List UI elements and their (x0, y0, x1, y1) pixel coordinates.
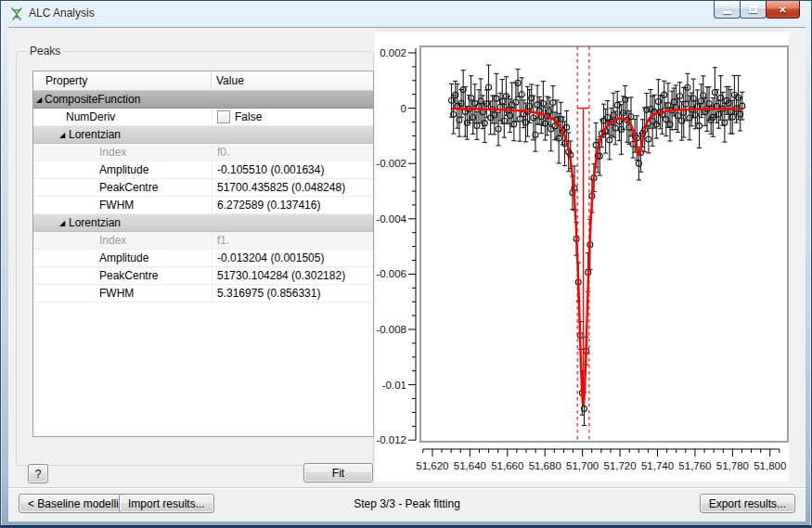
property-value-cell[interactable]: 5.316975 (0.856331) (212, 285, 373, 302)
property-name-cell: FWHM (33, 285, 212, 302)
fit-button[interactable]: Fit (303, 463, 373, 483)
property-row-index[interactable]: Indexf1. (33, 232, 373, 250)
step-label: Step 3/3 - Peak fitting (8, 497, 806, 510)
y-tick-label: -0.008 (376, 324, 406, 335)
footer-separator (8, 487, 806, 489)
property-name-cell: NumDeriv (33, 109, 212, 125)
property-value: 6.272589 (0.137416) (217, 197, 320, 213)
maximize-button[interactable] (740, 1, 767, 19)
x-tick-label: 51,800 (754, 460, 786, 471)
property-row-fwhm[interactable]: FWHM5.316975 (0.856331) (33, 285, 373, 303)
property-name-cell: PeakCentre (33, 179, 212, 196)
x-tick-label: 51,680 (529, 460, 561, 471)
y-tick-label: -0.006 (376, 268, 406, 279)
property-name: Lorentzian (69, 126, 121, 143)
title-bar[interactable]: ALC Analysis ✕ (1, 1, 811, 27)
property-row-peakcentre[interactable]: PeakCentre51700.435825 (0.048248) (33, 179, 373, 197)
property-name: Amplitude (99, 250, 148, 266)
property-value: False (235, 109, 262, 125)
property-row-compositefunction[interactable]: ◢CompositeFunction (33, 91, 373, 109)
peaks-label: Peaks (27, 45, 63, 58)
property-name-cell: FWHM (33, 197, 212, 213)
help-button[interactable]: ? (28, 464, 48, 483)
close-icon: ✕ (779, 5, 786, 15)
tree-expand-icon[interactable]: ◢ (59, 126, 65, 143)
property-value-cell[interactable]: f0. (212, 144, 373, 161)
property-name: CompositeFunction (45, 91, 140, 108)
plot-svg[interactable]: 0.0020-0.002-0.004-0.006-0.008-0.01-0.01… (375, 32, 789, 482)
property-value-cell[interactable]: -0.013204 (0.001505) (212, 250, 373, 266)
mantid-icon (9, 6, 24, 21)
y-tick-label: -0.004 (376, 213, 406, 225)
property-value-cell[interactable]: 51730.104284 (0.302182) (212, 267, 373, 284)
property-name: Index (99, 144, 126, 161)
property-table-header: Property Value (33, 71, 373, 91)
window-title: ALC Analysis (29, 6, 95, 19)
x-tick-label: 51,720 (603, 460, 636, 471)
property-name: Amplitude (99, 161, 148, 178)
export-results-button[interactable]: Export results... (700, 494, 795, 513)
y-axis: 0.0020-0.002-0.004-0.006-0.008-0.01-0.01… (376, 47, 416, 445)
property-name-cell: Amplitude (33, 250, 212, 266)
y-tick-label: -0.01 (382, 380, 406, 391)
property-name: NumDeriv (66, 109, 115, 125)
x-tick-label: 51,760 (678, 460, 711, 471)
y-tick-label: 0.002 (380, 47, 406, 58)
column-header-property[interactable]: Property (33, 71, 212, 90)
property-value-cell[interactable]: -0.105510 (0.001634) (212, 161, 373, 178)
minimize-button[interactable] (714, 1, 741, 19)
y-tick-label: -0.002 (376, 158, 406, 169)
property-name: FWHM (99, 285, 134, 302)
property-name-cell: Amplitude (33, 161, 212, 178)
property-value-cell[interactable]: False (212, 109, 373, 125)
property-name-cell: Index (33, 144, 212, 161)
property-row-fwhm[interactable]: FWHM6.272589 (0.137416) (33, 197, 373, 214)
x-tick-label: 51,620 (416, 460, 448, 471)
property-row-numderiv[interactable]: NumDerivFalse (33, 109, 373, 126)
property-value: 51730.104284 (0.302182) (217, 267, 345, 284)
property-value-cell[interactable]: f1. (212, 232, 373, 249)
property-name: PeakCentre (99, 267, 158, 284)
property-value-cell[interactable]: 6.272589 (0.137416) (212, 197, 373, 213)
y-tick-label: -0.012 (376, 434, 406, 445)
checkbox-icon[interactable] (217, 110, 230, 123)
close-button[interactable]: ✕ (766, 1, 800, 19)
property-value-cell[interactable]: 51700.435825 (0.048248) (212, 179, 373, 196)
column-header-value[interactable]: Value (212, 71, 373, 90)
tree-expand-icon[interactable]: ◢ (59, 214, 65, 231)
property-name: PeakCentre (99, 179, 158, 196)
property-value: f0. (217, 144, 229, 161)
property-name-cell: ◢Lorentzian (33, 214, 373, 231)
x-tick-label: 51,740 (641, 460, 674, 471)
peaks-property-table[interactable]: Property Value ◢CompositeFunctionNumDeri… (32, 71, 374, 437)
minimize-icon (723, 11, 731, 14)
property-name-cell: Index (33, 232, 212, 249)
x-tick-label: 51,660 (491, 460, 523, 471)
y-tick-label: 0 (401, 103, 406, 114)
property-name: Lorentzian (69, 214, 121, 231)
property-name: Index (99, 232, 126, 249)
property-row-peakcentre[interactable]: PeakCentre51730.104284 (0.302182) (33, 267, 373, 285)
x-tick-label: 51,780 (716, 460, 749, 471)
property-value: 51700.435825 (0.048248) (217, 179, 345, 196)
peak-fitting-plot[interactable]: 0.0020-0.002-0.004-0.006-0.008-0.01-0.01… (375, 32, 789, 482)
property-name-cell: PeakCentre (33, 267, 212, 284)
property-name: FWHM (99, 197, 134, 213)
property-name-cell: ◢Lorentzian (33, 126, 373, 143)
alc-analysis-window: ALC Analysis ✕ Peaks Property Value ◢Com… (0, 0, 812, 528)
property-row-amplitude[interactable]: Amplitude-0.013204 (0.001505) (33, 250, 373, 267)
property-row-lorentzian[interactable]: ◢Lorentzian (33, 214, 373, 232)
maximize-icon (749, 6, 757, 13)
tree-expand-icon[interactable]: ◢ (36, 91, 42, 108)
property-value: 5.316975 (0.856331) (217, 285, 320, 302)
property-row-lorentzian[interactable]: ◢Lorentzian (33, 126, 373, 144)
x-tick-label: 51,640 (454, 460, 486, 471)
property-row-index[interactable]: Indexf0. (33, 144, 373, 161)
dialog-client-area: Peaks Property Value ◢CompositeFunctionN… (8, 27, 806, 522)
property-value: f1. (217, 232, 229, 249)
property-row-amplitude[interactable]: Amplitude-0.105510 (0.001634) (33, 161, 373, 179)
peaks-groupbox: Peaks Property Value ◢CompositeFunctionN… (16, 51, 374, 466)
property-value: -0.013204 (0.001505) (217, 250, 324, 266)
x-axis: 51,62051,64051,66051,68051,70051,72051,7… (416, 449, 786, 471)
property-name-cell: ◢CompositeFunction (33, 91, 373, 108)
